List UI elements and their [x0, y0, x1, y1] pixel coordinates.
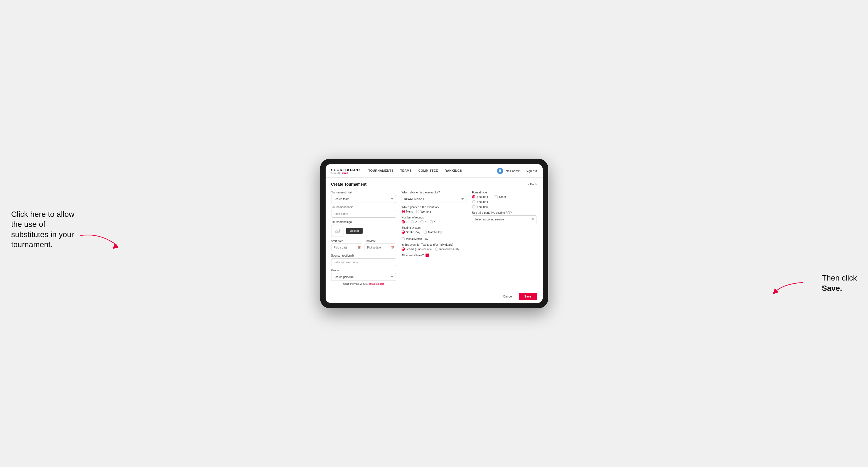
rounds-4-dot	[430, 220, 433, 223]
format-6count4-dot	[472, 200, 475, 204]
cancel-button[interactable]: Cancel	[500, 293, 516, 300]
venue-select[interactable]: Search golf club	[331, 273, 396, 281]
format-type-label: Format type	[472, 191, 537, 194]
venue-field-group: Venue Search golf club Can't find your v…	[331, 269, 396, 285]
page-title: Create Tournament	[331, 182, 367, 186]
scoring-medal-match-dot	[402, 237, 405, 241]
scoring-stroke-dot	[402, 230, 405, 234]
nav-user: B blair admin | Sign out	[497, 168, 537, 174]
venue-help: Can't find your venue? email support	[331, 282, 396, 285]
sponsor-field-group: Sponsor (optional)	[331, 254, 396, 266]
gender-field-group: Which gender is the event for? Mens Wome…	[402, 206, 466, 213]
right-arrow	[772, 280, 805, 297]
event-type-label: Is this event for Teams and/or Individua…	[402, 243, 466, 246]
scoring-match[interactable]: Match Play	[424, 230, 442, 234]
gender-radio-group: Mens Womens	[402, 210, 466, 213]
format-6count5-dot	[472, 205, 475, 209]
back-button[interactable]: ‹ Back	[528, 183, 537, 186]
save-button[interactable]: Save	[519, 293, 537, 300]
calendar-icon-end: 📅	[391, 246, 394, 249]
format-5count4-dot	[472, 195, 475, 198]
substitutes-checkbox-item: Allow substitutes? ✓	[402, 253, 466, 257]
nav-rankings[interactable]: RANKINGS	[445, 165, 462, 177]
nav-tournaments[interactable]: TOURNAMENTS	[368, 165, 394, 177]
scoring-match-dot	[424, 230, 427, 234]
sign-out-link[interactable]: Sign out	[526, 169, 537, 173]
event-type-radio-group: Teams (+Individuals) Individuals Only	[402, 247, 466, 251]
venue-email-support[interactable]: email support	[369, 282, 384, 285]
form-col-1: Tournament Host Search team Tournament n…	[331, 191, 396, 285]
start-date-field: Start date 📅	[331, 240, 363, 251]
logo-field-group: Tournament logo Upload	[331, 220, 396, 237]
scoring-api-select[interactable]: Select a scoring service	[472, 215, 537, 223]
nav-committee[interactable]: COMMITTEE	[418, 165, 438, 177]
host-select[interactable]: Search team	[331, 195, 396, 203]
format-5count4[interactable]: 5 count 4	[472, 195, 488, 198]
nav-teams[interactable]: TEAMS	[400, 165, 412, 177]
upload-button[interactable]: Upload	[346, 228, 363, 234]
svg-point-1	[336, 230, 337, 231]
logo-powered: Powered by clippd	[331, 172, 360, 174]
form-grid: Tournament Host Search team Tournament n…	[331, 191, 537, 285]
event-type-field-group: Is this event for Teams and/or Individua…	[402, 243, 466, 251]
event-teams-dot	[402, 247, 405, 251]
format-6count4[interactable]: 6 count 4	[472, 200, 537, 204]
event-teams[interactable]: Teams (+Individuals)	[402, 247, 432, 251]
image-icon	[335, 228, 340, 234]
page-content: Create Tournament ‹ Back Tournament Host…	[326, 178, 543, 290]
logo-placeholder[interactable]	[331, 225, 343, 237]
user-name: blair admin	[505, 169, 520, 173]
annotation-right: Then click Save.	[822, 273, 857, 293]
name-field-group: Tournament name	[331, 206, 396, 218]
start-date-label: Start date	[331, 240, 363, 243]
substitutes-checkbox[interactable]: ✓	[426, 253, 429, 257]
gender-mens[interactable]: Mens	[402, 210, 413, 213]
event-individuals-dot	[435, 247, 438, 251]
scoring-stroke[interactable]: Stroke Play	[402, 230, 420, 234]
host-label: Tournament Host	[331, 191, 396, 194]
name-input[interactable]	[331, 210, 396, 218]
tablet-screen: SCOREBOARD Powered by clippd TOURNAMENTS…	[326, 164, 543, 303]
logo-area: SCOREBOARD Powered by clippd	[331, 168, 360, 174]
host-field-group: Tournament Host Search team	[331, 191, 396, 203]
nav-bar: SCOREBOARD Powered by clippd TOURNAMENTS…	[326, 164, 543, 178]
date-row: Start date 📅 End date 📅	[331, 240, 396, 251]
format-6count5[interactable]: 6 count 5	[472, 205, 537, 209]
scoring-api-field-group: Use third-party live scoring API? Select…	[472, 211, 537, 223]
gender-womens-dot	[416, 210, 420, 213]
rounds-field-group: Number of rounds 1 2	[402, 216, 466, 223]
logo-label: Tournament logo	[331, 220, 396, 223]
rounds-3[interactable]: 3	[420, 220, 426, 223]
rounds-1[interactable]: 1	[402, 220, 408, 223]
gender-label: Which gender is the event for?	[402, 206, 466, 209]
tablet-frame: SCOREBOARD Powered by clippd TOURNAMENTS…	[320, 159, 548, 308]
format-other[interactable]: Other	[495, 195, 506, 198]
scoring-medal-match[interactable]: Medal Match Play	[402, 237, 428, 241]
logo-upload-area: Upload	[331, 225, 396, 237]
page-header: Create Tournament ‹ Back	[331, 182, 537, 186]
substitutes-label: Allow substitutes?	[402, 254, 424, 257]
rounds-4[interactable]: 4	[430, 220, 436, 223]
end-date-label: End date	[365, 240, 396, 243]
format-options: 5 count 4 Other 6 count 4	[472, 195, 537, 209]
scoring-system-field-group: Scoring system Stroke Play Match Play	[402, 226, 466, 241]
svg-rect-0	[335, 229, 340, 232]
rounds-label: Number of rounds	[402, 216, 466, 219]
page-footer: Cancel Save	[326, 290, 543, 303]
rounds-2-dot	[411, 220, 414, 223]
format-other-dot	[495, 195, 498, 198]
rounds-2[interactable]: 2	[411, 220, 417, 223]
rounds-3-dot	[420, 220, 424, 223]
event-individuals[interactable]: Individuals Only	[435, 247, 459, 251]
gender-womens[interactable]: Womens	[416, 210, 431, 213]
avatar: B	[497, 168, 503, 174]
substitutes-field-group: Allow substitutes? ✓	[402, 253, 466, 257]
left-arrow	[78, 230, 122, 252]
sponsor-input[interactable]	[331, 258, 396, 266]
division-label: Which division is the event for?	[402, 191, 466, 194]
nav-links: TOURNAMENTS TEAMS COMMITTEE RANKINGS	[368, 165, 497, 177]
division-field-group: Which division is the event for? NCAA Di…	[402, 191, 466, 203]
scoring-api-label: Use third-party live scoring API?	[472, 211, 537, 214]
division-select[interactable]: NCAA Division I	[402, 195, 466, 203]
format-type-field-group: Format type 5 count 4 Other	[472, 191, 537, 209]
